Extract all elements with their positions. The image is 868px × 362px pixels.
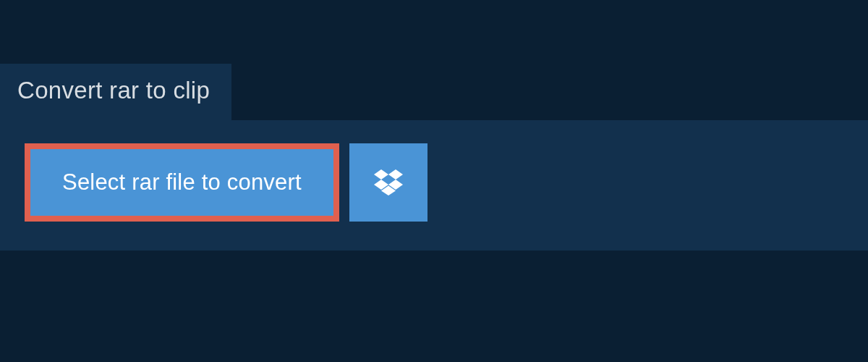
select-file-button[interactable]: Select rar file to convert bbox=[25, 143, 339, 222]
page-title: Convert rar to clip bbox=[17, 77, 210, 104]
select-file-label: Select rar file to convert bbox=[62, 169, 302, 195]
dropbox-button[interactable] bbox=[349, 143, 427, 222]
dropbox-icon bbox=[374, 169, 403, 195]
button-row: Select rar file to convert bbox=[25, 143, 843, 222]
upload-panel: Select rar file to convert bbox=[0, 120, 868, 251]
tab-header: Convert rar to clip bbox=[0, 64, 231, 120]
